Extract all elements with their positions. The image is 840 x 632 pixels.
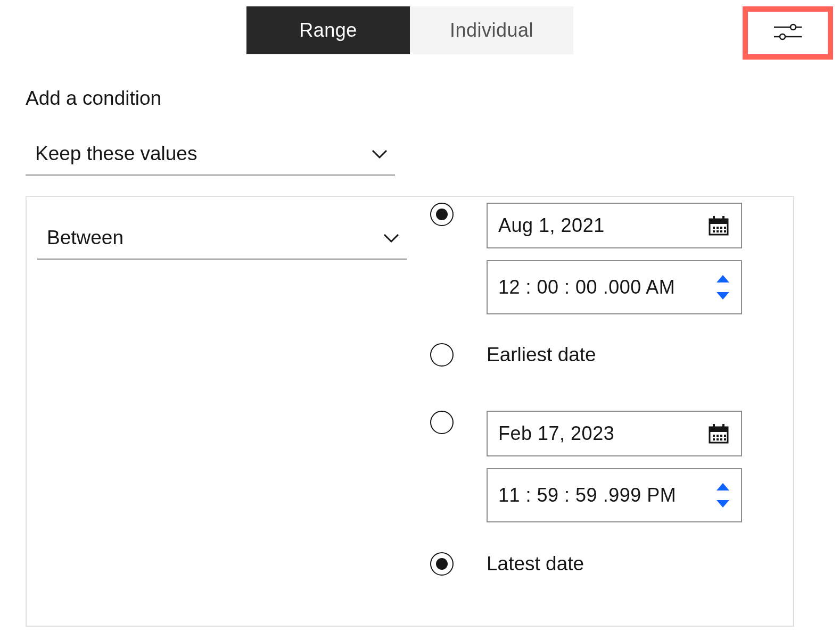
end-time-value: 11 : 59 : 59 .999 PM	[498, 484, 676, 506]
start-specific-fields: Aug 1, 2021 12 : 00 : 00 .000	[487, 203, 742, 314]
svg-rect-19	[722, 424, 724, 428]
spinner-up-icon[interactable]	[717, 483, 729, 490]
end-specific-fields: Feb 17, 2023 11 : 59 : 59 .999	[487, 411, 742, 522]
chevron-down-icon	[383, 232, 399, 243]
calendar-icon	[708, 423, 729, 444]
svg-rect-14	[720, 230, 722, 232]
svg-rect-6	[713, 216, 715, 220]
start-earliest-label: Earliest date	[487, 343, 596, 367]
start-time-input[interactable]: 12 : 00 : 00 .000 AM	[487, 260, 742, 314]
end-latest-radio[interactable]	[430, 552, 454, 576]
svg-rect-27	[724, 438, 726, 440]
spinner-up-icon[interactable]	[717, 275, 729, 282]
range-operator-dropdown[interactable]: Between	[37, 217, 407, 260]
tab-group: Range Individual	[246, 6, 573, 54]
filter-settings-button[interactable]	[743, 6, 833, 60]
svg-rect-21	[717, 435, 719, 437]
end-specific-radio[interactable]	[430, 411, 454, 434]
calendar-icon	[708, 215, 729, 236]
end-latest-label: Latest date	[487, 552, 584, 576]
svg-rect-23	[724, 435, 726, 437]
condition-mode-dropdown[interactable]: Keep these values	[26, 133, 395, 176]
start-date-input[interactable]: Aug 1, 2021	[487, 203, 742, 248]
tab-range[interactable]: Range	[246, 6, 410, 54]
chevron-down-icon	[372, 148, 388, 159]
svg-rect-25	[717, 438, 719, 440]
svg-rect-22	[720, 435, 722, 437]
svg-rect-11	[724, 227, 726, 229]
end-date-input[interactable]: Feb 17, 2023	[487, 411, 742, 456]
condition-card: Between Aug 1, 2021	[26, 196, 794, 627]
start-time-value: 12 : 00 : 00 .000 AM	[498, 276, 675, 298]
start-date-value: Aug 1, 2021	[498, 214, 605, 237]
sliders-icon	[774, 22, 802, 44]
svg-rect-15	[724, 230, 726, 232]
start-specific-radio[interactable]	[430, 203, 454, 226]
svg-rect-8	[713, 227, 715, 229]
spinner-down-icon[interactable]	[717, 500, 729, 508]
svg-rect-10	[720, 227, 722, 229]
condition-mode-value: Keep these values	[35, 143, 197, 165]
svg-rect-20	[713, 435, 715, 437]
top-row: Range Individual	[0, 6, 840, 60]
end-time-input[interactable]: 11 : 59 : 59 .999 PM	[487, 468, 742, 522]
svg-rect-5	[710, 219, 728, 224]
start-time-spinner	[717, 275, 729, 300]
tab-individual[interactable]: Individual	[410, 6, 573, 54]
start-specific-option: Aug 1, 2021 12 : 00 : 00 .000	[430, 203, 742, 314]
svg-rect-17	[710, 427, 728, 432]
spinner-down-icon[interactable]	[717, 292, 729, 300]
svg-rect-26	[720, 438, 722, 440]
svg-point-1	[790, 24, 796, 30]
end-date-value: Feb 17, 2023	[498, 422, 614, 445]
end-specific-option: Feb 17, 2023 11 : 59 : 59 .999	[430, 411, 742, 522]
svg-rect-12	[713, 230, 715, 232]
start-earliest-option: Earliest date	[430, 343, 596, 367]
end-latest-option: Latest date	[430, 552, 584, 576]
start-earliest-radio[interactable]	[430, 343, 454, 367]
svg-rect-9	[717, 227, 719, 229]
svg-rect-24	[713, 438, 715, 440]
add-condition-label: Add a condition	[26, 87, 161, 110]
svg-rect-18	[713, 424, 715, 428]
range-operator-value: Between	[47, 227, 123, 249]
end-time-spinner	[717, 483, 729, 508]
svg-rect-13	[717, 230, 719, 232]
svg-point-3	[780, 34, 785, 39]
svg-rect-7	[722, 216, 724, 220]
